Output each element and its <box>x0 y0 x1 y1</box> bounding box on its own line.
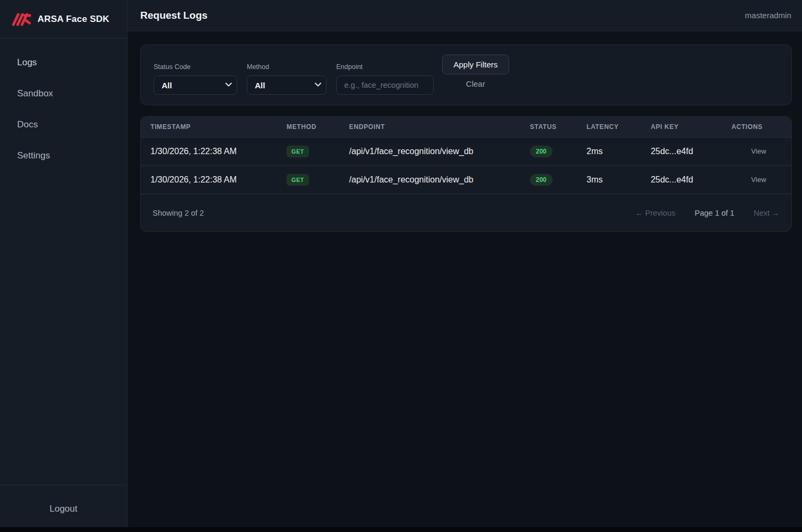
column-header-endpoint: ENDPOINT <box>344 117 525 137</box>
filter-actions: Apply Filters Clear <box>442 55 509 88</box>
endpoint-label: Endpoint <box>336 63 434 71</box>
column-header-status: STATUS <box>525 117 581 137</box>
column-header-apikey: API KEY <box>645 117 726 137</box>
status-code-label: Status Code <box>154 63 237 71</box>
table-row: 1/30/2026, 1:22:38 AM GET /api/v1/face_r… <box>141 165 791 194</box>
sidebar-item-docs[interactable]: Docs <box>0 110 127 139</box>
view-button[interactable]: View <box>746 173 771 186</box>
page-indicator: Page 1 of 1 <box>694 209 734 217</box>
bottom-strip <box>0 527 802 532</box>
app-root: ARSA Face SDK Logs Sandbox Docs Settings… <box>0 0 802 532</box>
status-code-select-wrap: All <box>154 75 237 95</box>
filter-group-status-code: Status Code All <box>154 55 237 95</box>
table-header: TIMESTAMP METHOD ENDPOINT STATUS LATENCY… <box>141 117 791 137</box>
cell-latency: 3ms <box>581 165 646 194</box>
cell-actions: View <box>726 137 791 165</box>
sidebar-footer: Logout <box>0 485 127 532</box>
filter-group-endpoint: Endpoint <box>336 55 434 95</box>
filter-panel: Status Code All Method All <box>140 44 792 105</box>
table-footer: Showing 2 of 2 ← Previous Page 1 of 1 Ne… <box>141 194 791 231</box>
method-select[interactable]: All <box>247 75 327 95</box>
column-header-method: METHOD <box>281 117 344 137</box>
request-logs-table-card: TIMESTAMP METHOD ENDPOINT STATUS LATENCY… <box>140 116 792 232</box>
column-header-timestamp: TIMESTAMP <box>141 117 281 137</box>
method-select-wrap: All <box>247 75 327 95</box>
page-title: Request Logs <box>140 10 208 21</box>
logout-button[interactable]: Logout <box>50 504 78 514</box>
method-label: Method <box>247 63 327 71</box>
sidebar: ARSA Face SDK Logs Sandbox Docs Settings… <box>0 0 127 532</box>
cell-timestamp: 1/30/2026, 1:22:38 AM <box>141 137 281 165</box>
view-button[interactable]: View <box>746 145 771 157</box>
endpoint-input[interactable] <box>336 75 434 95</box>
status-badge: 200 <box>530 174 553 186</box>
pagination: ← Previous Page 1 of 1 Next → <box>635 209 780 217</box>
request-logs-table: TIMESTAMP METHOD ENDPOINT STATUS LATENCY… <box>141 117 791 194</box>
status-badge: 200 <box>530 146 553 157</box>
cell-method: GET <box>281 165 344 194</box>
content: Status Code All Method All <box>127 31 802 532</box>
cell-actions: View <box>726 165 791 194</box>
column-header-actions: ACTIONS <box>726 117 791 137</box>
method-badge: GET <box>286 174 309 186</box>
cell-status: 200 <box>525 137 581 165</box>
cell-api-key: 25dc...e4fd <box>645 137 726 165</box>
apply-filters-button[interactable]: Apply Filters <box>442 55 509 74</box>
column-header-latency: LATENCY <box>581 117 646 137</box>
cell-api-key: 25dc...e4fd <box>645 165 726 194</box>
sidebar-item-logs[interactable]: Logs <box>0 48 127 77</box>
cell-method: GET <box>281 137 344 165</box>
table-row: 1/30/2026, 1:22:38 AM GET /api/v1/face_r… <box>141 137 791 165</box>
topbar: Request Logs masteradmin <box>127 0 802 31</box>
method-badge: GET <box>286 146 309 157</box>
brand-logo-icon <box>12 11 31 27</box>
brand-title: ARSA Face SDK <box>37 14 109 25</box>
cell-status: 200 <box>525 165 581 194</box>
main-area: Request Logs masteradmin Status Code All <box>127 0 802 532</box>
sidebar-nav: Logs Sandbox Docs Settings <box>0 39 127 485</box>
sidebar-item-settings[interactable]: Settings <box>0 141 127 170</box>
filter-group-method: Method All <box>247 55 327 95</box>
user-name: masteradmin <box>745 11 791 20</box>
cell-timestamp: 1/30/2026, 1:22:38 AM <box>141 165 281 194</box>
clear-filters-button[interactable]: Clear <box>466 79 485 88</box>
sidebar-item-sandbox[interactable]: Sandbox <box>0 79 127 108</box>
brand: ARSA Face SDK <box>0 0 127 39</box>
cell-latency: 2ms <box>581 137 646 165</box>
next-page-button[interactable]: Next → <box>754 209 780 217</box>
status-code-select[interactable]: All <box>154 75 237 95</box>
cell-endpoint: /api/v1/face_recognition/view_db <box>344 165 525 194</box>
cell-endpoint: /api/v1/face_recognition/view_db <box>344 137 525 165</box>
previous-page-button[interactable]: ← Previous <box>635 209 676 217</box>
results-summary: Showing 2 of 2 <box>153 209 204 217</box>
